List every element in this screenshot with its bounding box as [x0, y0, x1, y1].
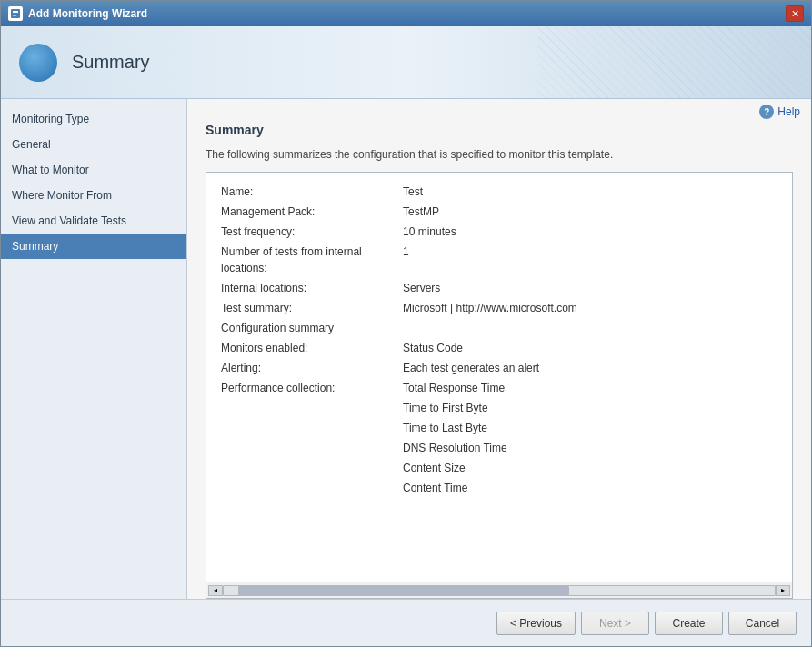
title-bar: Add Monitoring Wizard ✕ — [1, 1, 811, 26]
cancel-button[interactable]: Cancel — [728, 612, 797, 635]
label-test-frequency: Test frequency: — [221, 224, 403, 240]
main-panel: ? Help Summary The following summarizes … — [187, 99, 811, 599]
sidebar-item-view-validate[interactable]: View and Validate Tests — [1, 208, 186, 234]
value-management-pack: TestMP — [403, 204, 439, 220]
summary-row-test-summary: Test summary: Microsoft | http://www.mic… — [221, 300, 777, 316]
value-perf-collection-1: Total Response Time — [403, 380, 505, 396]
header-title: Summary — [72, 52, 150, 73]
scrollbar-thumb[interactable] — [238, 586, 569, 595]
scrollbar-right-arrow[interactable]: ▸ — [776, 585, 790, 596]
help-label: Help — [777, 105, 800, 118]
scrollbar-track[interactable] — [223, 585, 776, 596]
close-button[interactable]: ✕ — [786, 5, 804, 22]
summary-row-management-pack: Management Pack: TestMP — [221, 204, 777, 220]
summary-box: Name: Test Management Pack: TestMP Test … — [206, 172, 793, 599]
value-perf-4: DNS Resolution Time — [403, 440, 507, 456]
summary-row-internal-locations: Internal locations: Servers — [221, 280, 777, 296]
scrollbar-left-arrow[interactable]: ◂ — [208, 585, 223, 596]
next-button[interactable]: Next > — [581, 612, 649, 635]
value-perf-2: Time to First Byte — [403, 400, 488, 416]
content-area: Monitoring Type General What to Monitor … — [1, 99, 811, 599]
summary-row-config-summary-header: Configuration summary — [221, 320, 777, 336]
label-perf-2 — [221, 400, 403, 416]
summary-row-perf-4: DNS Resolution Time — [221, 440, 777, 456]
value-test-frequency: 10 minutes — [403, 224, 456, 240]
help-link[interactable]: ? Help — [759, 105, 800, 119]
summary-row-name: Name: Test — [221, 184, 777, 200]
value-monitors-enabled: Status Code — [403, 340, 463, 356]
summary-row-monitors-enabled: Monitors enabled: Status Code — [221, 340, 777, 356]
label-perf-6 — [221, 480, 403, 496]
main-content: Summary The following summarizes the con… — [187, 119, 811, 599]
value-alerting: Each test generates an alert — [403, 360, 539, 376]
label-num-tests: Number of tests from internal locations: — [221, 244, 403, 276]
sidebar-item-summary[interactable]: Summary — [1, 234, 186, 259]
value-num-tests: 1 — [403, 244, 409, 276]
summary-scroll-area[interactable]: Name: Test Management Pack: TestMP Test … — [206, 173, 792, 582]
window-icon — [8, 6, 23, 21]
sidebar-item-where-monitor-from[interactable]: Where Monitor From — [1, 183, 186, 208]
section-title: Summary — [206, 123, 793, 141]
svg-rect-0 — [11, 9, 20, 18]
help-icon: ? — [759, 105, 774, 119]
horizontal-scrollbar[interactable]: ◂ ▸ — [206, 582, 792, 598]
main-window: Add Monitoring Wizard ✕ Summary Monitori… — [0, 0, 812, 647]
sidebar-item-what-to-monitor[interactable]: What to Monitor — [1, 157, 186, 183]
summary-row-perf-collection: Performance collection: Total Response T… — [221, 380, 777, 396]
label-config-summary: Configuration summary — [221, 320, 403, 336]
label-name: Name: — [221, 184, 403, 200]
value-name: Test — [403, 184, 423, 200]
summary-row-perf-6: Content Time — [221, 480, 777, 496]
footer: < Previous Next > Create Cancel — [1, 599, 811, 646]
summary-row-perf-2: Time to First Byte — [221, 400, 777, 416]
value-perf-6: Content Time — [403, 480, 467, 496]
label-perf-collection: Performance collection: — [221, 380, 403, 396]
label-management-pack: Management Pack: — [221, 204, 403, 220]
summary-row-test-frequency: Test frequency: 10 minutes — [221, 224, 777, 240]
label-monitors-enabled: Monitors enabled: — [221, 340, 403, 356]
label-alerting: Alerting: — [221, 360, 403, 376]
value-test-summary: Microsoft | http://www.microsoft.com — [403, 300, 577, 316]
sidebar-item-monitoring-type[interactable]: Monitoring Type — [1, 106, 186, 132]
previous-button[interactable]: < Previous — [496, 612, 576, 635]
value-perf-3: Time to Last Byte — [403, 420, 487, 436]
section-description: The following summarizes the configurati… — [206, 148, 793, 161]
summary-row-perf-3: Time to Last Byte — [221, 420, 777, 436]
value-internal-locations: Servers — [403, 280, 440, 296]
summary-row-num-tests: Number of tests from internal locations:… — [221, 244, 777, 276]
summary-row-perf-5: Content Size — [221, 460, 777, 476]
label-test-summary: Test summary: — [221, 300, 403, 316]
sidebar: Monitoring Type General What to Monitor … — [1, 99, 187, 599]
create-button[interactable]: Create — [655, 612, 723, 635]
label-perf-4 — [221, 440, 403, 456]
summary-row-alerting: Alerting: Each test generates an alert — [221, 360, 777, 376]
header-banner: Summary — [1, 26, 811, 99]
wizard-icon — [19, 44, 57, 82]
label-perf-3 — [221, 420, 403, 436]
svg-rect-1 — [13, 11, 18, 13]
label-internal-locations: Internal locations: — [221, 280, 403, 296]
label-perf-5 — [221, 460, 403, 476]
value-perf-5: Content Size — [403, 460, 466, 476]
main-top-bar: ? Help — [187, 99, 811, 119]
window-title: Add Monitoring Wizard — [28, 7, 786, 20]
sidebar-item-general[interactable]: General — [1, 132, 186, 157]
svg-rect-2 — [13, 15, 16, 16]
